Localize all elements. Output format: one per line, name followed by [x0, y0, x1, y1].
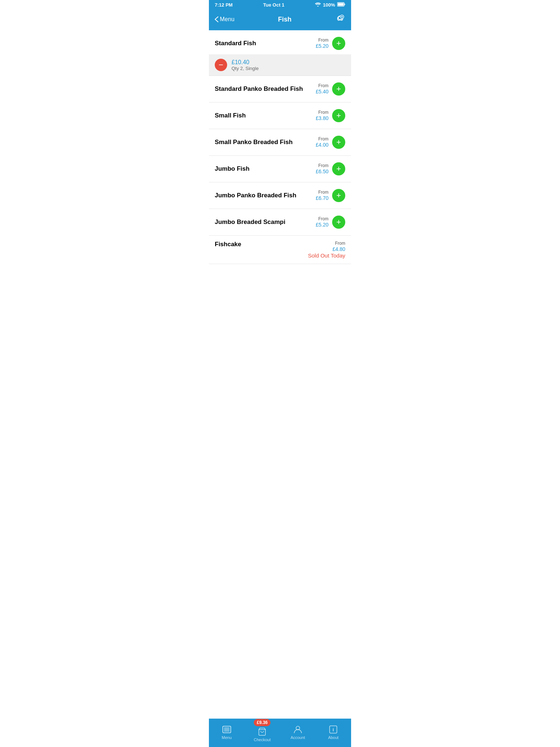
tab-bar: Menu £9.36 Checkout Account i — [209, 719, 351, 747]
page-title: Fish — [278, 16, 292, 23]
item-name: Jumbo Panko Breaded Fish — [215, 192, 296, 199]
nav-bar: Menu Fish — [209, 10, 351, 30]
item-name: Jumbo Breaded Scampi — [215, 218, 285, 226]
status-time: 7:12 PM — [215, 2, 233, 8]
item-name: Jumbo Fish — [215, 165, 249, 173]
list-item: Standard Fish From £5.20 + — [209, 30, 351, 54]
item-price: From £6.50 — [316, 163, 328, 175]
list-item: Standard Panko Breaded Fish From £5.40 + — [209, 76, 351, 102]
selected-qty: Qty 2, Single — [232, 66, 258, 71]
status-date: Tue Oct 1 — [263, 2, 284, 8]
item-right: From £5.20 + — [316, 216, 345, 229]
selected-price: £10.40 — [232, 59, 258, 66]
tab-account[interactable]: Account — [280, 725, 316, 740]
svg-rect-3 — [338, 3, 343, 6]
menu-icon — [222, 725, 232, 734]
item-name: Standard Panko Breaded Fish — [215, 85, 303, 93]
wifi-icon — [315, 2, 321, 8]
item-right: From £6.70 + — [316, 189, 345, 202]
tab-checkout-label: Checkout — [254, 738, 271, 742]
tab-checkout[interactable]: £9.36 Checkout — [245, 723, 280, 742]
selected-item-row: − £10.40 Qty 2, Single — [209, 54, 351, 76]
list-item: Fishcake From £4.80 Sold Out Today — [209, 236, 351, 264]
add-button[interactable]: + — [332, 82, 345, 96]
checkout-badge: £9.36 — [254, 719, 271, 726]
account-icon — [293, 725, 303, 734]
svg-text:i: i — [332, 727, 334, 732]
item-name: Small Panko Breaded Fish — [215, 139, 293, 146]
item-price: From £5.20 — [316, 216, 328, 228]
item-price: From £4.00 — [316, 136, 328, 148]
add-button[interactable]: + — [332, 136, 345, 149]
add-button[interactable]: + — [332, 189, 345, 202]
item-right: From £3.80 + — [316, 109, 345, 122]
item-name: Small Fish — [215, 112, 246, 119]
selected-info: £10.40 Qty 2, Single — [232, 59, 258, 71]
tab-account-label: Account — [291, 735, 305, 740]
tab-about-label: About — [328, 735, 339, 740]
list-item: Small Panko Breaded Fish From £4.00 + — [209, 129, 351, 156]
item-right: From £6.50 + — [316, 162, 345, 175]
list-item: Jumbo Breaded Scampi From £5.20 + — [209, 209, 351, 236]
item-name: Standard Fish — [215, 40, 256, 47]
tab-menu[interactable]: Menu — [209, 725, 245, 740]
item-price: From £3.80 — [316, 110, 328, 121]
status-bar: 7:12 PM Tue Oct 1 100% — [209, 0, 351, 10]
back-button[interactable]: Menu — [215, 16, 234, 23]
add-button[interactable]: + — [332, 37, 345, 50]
battery-icon — [337, 2, 345, 8]
svg-rect-2 — [344, 4, 345, 5]
svg-point-0 — [317, 6, 318, 7]
item-right: From £4.00 + — [316, 136, 345, 149]
sold-out-label: Sold Out Today — [308, 252, 345, 259]
item-price: From £4.80 — [308, 241, 345, 252]
tab-about[interactable]: i About — [316, 725, 351, 740]
item-price: From £5.40 — [316, 83, 328, 95]
remove-button[interactable]: − — [215, 59, 227, 71]
add-button[interactable]: + — [332, 162, 345, 175]
back-label: Menu — [220, 16, 234, 23]
list-item: Jumbo Fish From £6.50 + — [209, 156, 351, 182]
list-item: Jumbo Panko Breaded Fish From £6.70 + — [209, 182, 351, 209]
tab-menu-label: Menu — [222, 735, 232, 740]
item-right: From £5.20 + — [316, 37, 345, 50]
list-item: Small Fish From £3.80 + — [209, 102, 351, 129]
item-price: From £6.70 — [316, 190, 328, 201]
item-right: From £5.40 + — [316, 82, 345, 96]
battery-percentage: 100% — [323, 2, 335, 8]
add-button[interactable]: + — [332, 216, 345, 229]
location-icon[interactable] — [335, 13, 345, 25]
checkout-icon — [257, 727, 267, 736]
item-name: Fishcake — [215, 241, 241, 248]
item-price: From £5.20 — [316, 38, 328, 49]
content-area: Standard Fish From £5.20 + − £10.40 Qty … — [209, 30, 351, 264]
add-button[interactable]: + — [332, 109, 345, 122]
about-icon: i — [328, 725, 338, 734]
